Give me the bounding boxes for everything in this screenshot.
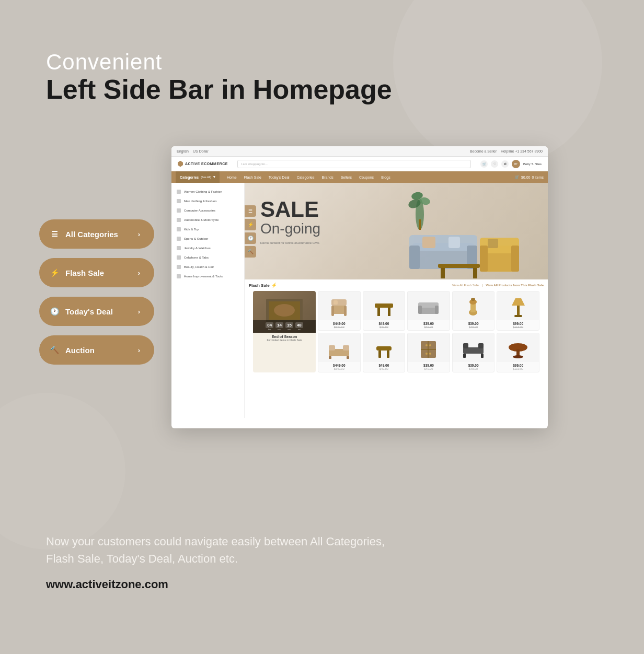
search-bar[interactable]: I am shopping for...	[237, 160, 471, 168]
view-products-link[interactable]: View All Products from This Flash Sale	[486, 284, 544, 287]
original-price: $549.00	[320, 367, 358, 370]
language-selector[interactable]: English	[177, 149, 189, 153]
cat-icon	[177, 246, 181, 250]
product-table[interactable]: $49.00 $49.00	[363, 291, 406, 331]
cat-women[interactable]: Women Clothing & Fashion	[171, 187, 244, 196]
currency-selector[interactable]: US Dollar	[193, 149, 209, 153]
todays-deal-button[interactable]: 🕐 Today's Deal ›	[39, 297, 154, 326]
svg-rect-28	[377, 308, 380, 316]
svg-rect-46	[376, 346, 392, 351]
header-section: Convenient Left Side Bar in Homepage	[46, 50, 392, 104]
banner-demo-text: Demo content for Active eCommerce CMS	[260, 241, 320, 244]
svg-marker-38	[512, 298, 525, 306]
cat-jewelry[interactable]: Jewelry & Watches	[171, 243, 244, 253]
product-prices: $449.00 $549.00	[318, 320, 360, 330]
cat-home[interactable]: Home Improvement & Tools	[171, 272, 244, 281]
hero-banner: ☰ ⚡ 🕐 🔨 SALE On-going Demo content for A…	[245, 183, 548, 279]
menu-blogs[interactable]: Blogs	[381, 176, 390, 179]
menu-home[interactable]: Home	[227, 176, 237, 179]
logo[interactable]: ACTIVE ECOMMERCE	[178, 161, 228, 167]
cat-auto[interactable]: Automobile & Motorcycle	[171, 215, 244, 225]
product-chair[interactable]: $449.00 $549.00	[318, 291, 361, 331]
product-cabinet[interactable]: $39.00 $49.00	[407, 333, 450, 372]
flash-icon: ⚡	[49, 267, 60, 278]
product-image	[497, 291, 539, 320]
nav-icons: 🛒 ♡ ⇄ BT Betty T. Niles	[480, 160, 542, 168]
original-price: $49.00	[365, 367, 403, 370]
browser-nav: ACTIVE ECOMMERCE I am shopping for... 🛒 …	[171, 157, 548, 171]
current-price: $49.00	[365, 322, 403, 325]
auction-button[interactable]: 🔨 Auction ›	[39, 335, 154, 365]
svg-rect-13	[438, 264, 480, 268]
header-main-title: Left Side Bar in Homepage	[46, 75, 392, 104]
product-roundtable[interactable]: $99.00 $119.00	[497, 333, 539, 372]
original-price: $49.00	[410, 325, 447, 329]
logo-icon	[178, 161, 183, 167]
cat-icon	[177, 265, 181, 269]
product-image	[497, 333, 539, 362]
menu-brands[interactable]: Brands	[322, 176, 334, 179]
cart-total[interactable]: 🛒 $0.00 0 items	[515, 175, 544, 179]
user-avatar[interactable]: BT	[512, 160, 520, 168]
menu-flash-sale[interactable]: Flash Sale	[244, 176, 261, 179]
cat-kids[interactable]: Kids & Toy	[171, 225, 244, 234]
flash-links: View All Flash Sale | View All Products …	[452, 284, 544, 287]
cat-beauty[interactable]: Beauty, Health & Hair	[171, 262, 244, 272]
cat-sports[interactable]: Sports & Outdoor	[171, 234, 244, 243]
compare-icon[interactable]: ⇄	[501, 160, 509, 168]
product-prices: $39.00 $49.00	[453, 362, 494, 372]
wishlist-icon[interactable]: ♡	[491, 160, 498, 168]
float-hammer-icon[interactable]: 🔨	[245, 246, 256, 258]
product-image	[318, 291, 360, 320]
svg-rect-42	[329, 345, 335, 351]
cart-icon-menu: 🛒	[515, 175, 520, 179]
product-image	[408, 333, 450, 362]
current-price: $39.00	[410, 364, 447, 367]
svg-point-52	[426, 344, 428, 346]
dropdown-arrow: ▾	[213, 175, 215, 179]
todays-deal-label: Today's Deal	[65, 307, 133, 316]
cat-computer[interactable]: Computer Accessories	[171, 206, 244, 215]
menu-coupons[interactable]: Coupons	[359, 176, 374, 179]
product-prices: $99.00 $119.00	[497, 320, 539, 330]
all-categories-button[interactable]: ☰ All Categories ›	[39, 219, 154, 249]
cart-amount: $0.00	[521, 176, 531, 179]
hammer-icon: 🔨	[49, 344, 60, 356]
categories-count: (See All)	[201, 176, 211, 179]
view-all-link[interactable]: View All Flash Sale	[452, 284, 479, 287]
user-name[interactable]: Betty T. Niles	[523, 162, 542, 166]
float-menu-icon[interactable]: ☰	[245, 205, 256, 217]
cart-icon[interactable]: 🛒	[480, 160, 488, 168]
product-bed[interactable]: $449.00 $549.00	[318, 333, 361, 372]
product-stool[interactable]: $49.00 $49.00	[363, 333, 406, 372]
svg-point-63	[513, 355, 523, 358]
menu-icon: ☰	[49, 228, 60, 240]
seller-link[interactable]: Become a Seller	[470, 149, 497, 153]
float-flash-icon[interactable]: ⚡	[245, 219, 256, 230]
timer-card-bottom: End of Season For limited items in Flash…	[253, 333, 316, 344]
cat-cellphone[interactable]: Cellphone & Tabs	[171, 253, 244, 262]
main-content: ☰ ⚡ 🕐 🔨 SALE On-going Demo content for A…	[245, 183, 548, 418]
flash-sale-button[interactable]: ⚡ Flash Sale ›	[39, 258, 154, 287]
float-clock-icon[interactable]: 🕐	[245, 232, 256, 244]
menu-sellers[interactable]: Sellers	[341, 176, 352, 179]
product-image	[363, 333, 405, 362]
flash-sale-label: Flash Sale	[65, 268, 133, 277]
product-image	[453, 291, 494, 320]
categories-dropdown[interactable]: Categories (See All) ▾	[176, 171, 220, 183]
cat-label: Women Clothing & Fashion	[184, 190, 222, 193]
chevron-right-icon-3: ›	[133, 306, 145, 317]
product-image	[408, 291, 450, 320]
product-lamp[interactable]: $99.00 $119.00	[497, 291, 539, 331]
menu-todays-deal[interactable]: Today's Deal	[269, 176, 290, 179]
svg-point-37	[471, 298, 475, 301]
menu-categories[interactable]: Categories	[297, 176, 315, 179]
product-sofa[interactable]: $39.00 $49.00	[407, 291, 450, 331]
website-url[interactable]: www.activeitzone.com	[46, 578, 598, 591]
chevron-right-icon: ›	[133, 228, 145, 240]
svg-rect-16	[422, 237, 435, 248]
product-bedframe[interactable]: $39.00 $49.00	[452, 333, 495, 372]
product-prices: $39.00 $49.00	[408, 362, 450, 372]
cat-men[interactable]: Men clothing & Fashion	[171, 196, 244, 206]
product-vase[interactable]: $39.00 $49.00	[452, 291, 495, 331]
